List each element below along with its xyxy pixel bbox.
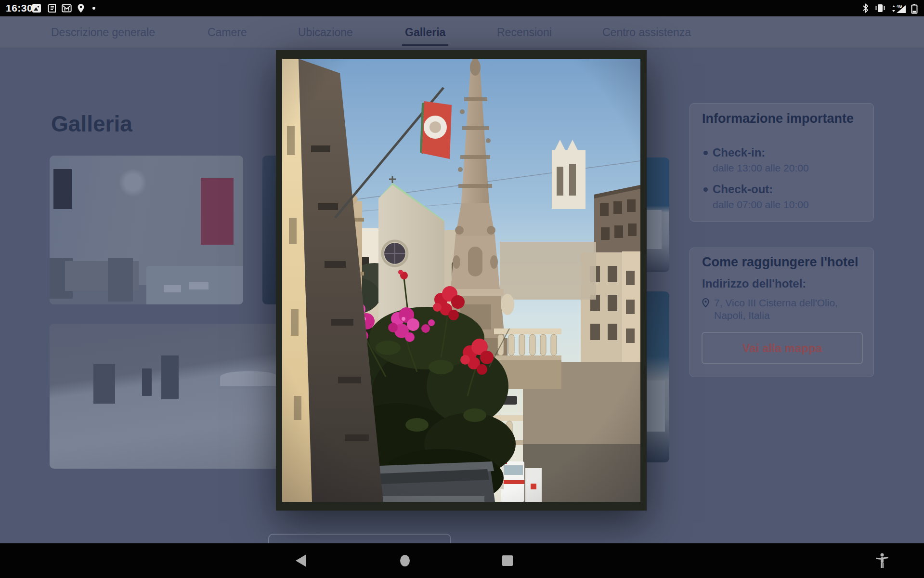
accessibility-icon bbox=[876, 553, 888, 568]
gmail-icon bbox=[62, 3, 72, 13]
recents-button[interactable] bbox=[493, 543, 522, 578]
location-icon bbox=[77, 3, 85, 13]
screen: 16:30 4G bbox=[0, 0, 924, 578]
bluetooth-icon bbox=[862, 3, 869, 13]
recents-icon bbox=[502, 555, 513, 566]
back-button[interactable] bbox=[286, 543, 315, 578]
notification-dot-icon bbox=[92, 7, 95, 10]
news-icon bbox=[47, 3, 57, 13]
network-type-label: 4G bbox=[897, 4, 902, 9]
android-nav-bar bbox=[0, 543, 924, 578]
photos-icon bbox=[32, 3, 41, 13]
status-bar: 16:30 4G bbox=[0, 0, 924, 16]
vibrate-icon bbox=[874, 3, 886, 13]
photo-lightbox bbox=[276, 50, 647, 511]
signal-4g-icon: 4G bbox=[890, 3, 907, 14]
home-icon bbox=[399, 554, 411, 567]
lightbox-photo[interactable] bbox=[282, 59, 640, 502]
accessibility-button[interactable] bbox=[868, 543, 897, 578]
back-icon bbox=[296, 554, 306, 567]
naples-photo-illustration bbox=[282, 59, 640, 502]
battery-icon bbox=[911, 3, 918, 14]
clock: 16:30 bbox=[6, 2, 33, 14]
home-button[interactable] bbox=[390, 543, 419, 578]
